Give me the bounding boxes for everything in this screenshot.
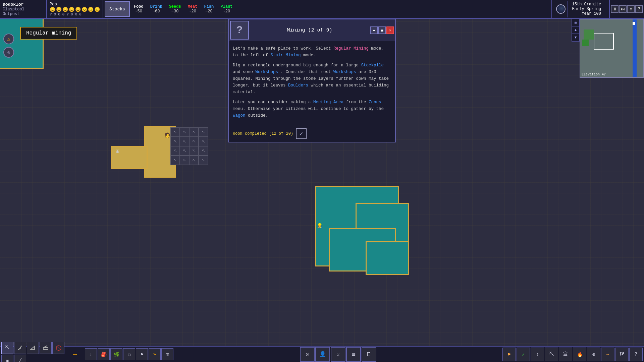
svg-rect-1: [43, 348, 48, 350]
top-hud: Dodóklòr Clasptool Outpost Pop 😊 😊 😊 😊 😊…: [0, 0, 644, 19]
pop-count-5: ?: [66, 12, 69, 16]
room-completed-checkbox[interactable]: ✓: [296, 128, 307, 139]
highlight-boulders: Boulders: [288, 83, 308, 88]
craft-button[interactable]: ⚒: [300, 347, 315, 362]
tool-section-bottom: ↓ 🎒 🌿 ◻ ⚑ » ◫: [84, 348, 175, 361]
pop-count-8: 0: [79, 12, 82, 16]
plant-value: ~20: [223, 9, 230, 14]
tutorial-body: Let's make a safe place to work. Select …: [229, 41, 395, 126]
pop-count-6: 0: [71, 12, 73, 16]
pop-icon-2: 😊: [56, 7, 62, 12]
seeds-resource: Seeds ~30: [169, 4, 181, 14]
channel-tool-btn[interactable]: [40, 342, 52, 354]
selection-marker: ⊞: [116, 147, 119, 155]
tutorial-icon: ?: [230, 21, 249, 40]
descend-tool-btn[interactable]: ↓: [85, 348, 97, 360]
orders-button[interactable]: 🗒: [362, 347, 376, 362]
tutorial-para-2: Dig a rectangle underground big enough f…: [233, 62, 391, 96]
minimap-viewport-indicator: [594, 33, 614, 50]
tutorial-question-mark: ?: [236, 24, 243, 37]
more-tool-btn[interactable]: »: [149, 348, 161, 360]
drink-resource: Drink ~60: [150, 4, 162, 14]
map-nav-icon1[interactable]: ⊞: [572, 19, 579, 26]
terrain-teal-br4: [366, 241, 409, 275]
plant-label: Plant: [220, 4, 232, 9]
alert-right-btn[interactable]: ⚑: [502, 348, 516, 361]
military-button[interactable]: ⚔: [331, 347, 345, 362]
right-bottom-buttons: ⚑ ✓ ↕ ⛏ 🏛 🔥 ⚙ → 🗺 ?: [501, 346, 644, 362]
pop-icons: 😊 😊 😊 😊 😊 😠 😐 😐: [50, 7, 100, 12]
mine-right-btn[interactable]: ⛏: [545, 348, 558, 361]
erase-tool-btn[interactable]: ◫: [161, 348, 173, 360]
pop-icon-8: 😐: [94, 7, 100, 12]
tutorial-title: Mining (2 of 9): [252, 27, 368, 33]
map-nav-down-arrow[interactable]: ▼: [572, 34, 579, 41]
colony-info: Dodóklòr Clasptool Outpost: [0, 0, 47, 18]
confirm-btn[interactable]: ✓: [517, 348, 530, 361]
speed-button[interactable]: ⏭: [619, 5, 627, 13]
alert-button[interactable]: ⚠: [3, 34, 14, 44]
tutorial-close-button[interactable]: ✕: [386, 26, 394, 34]
map-nav-up-arrow[interactable]: ▲: [572, 26, 579, 34]
flag-small-btn[interactable]: ⚑: [136, 348, 148, 360]
line-tool-btn[interactable]: ╱: [14, 355, 26, 362]
elevation-btn[interactable]: ↕: [531, 348, 544, 361]
seeds-label: Seeds: [169, 4, 181, 9]
stocks-button[interactable]: Stocks: [105, 1, 130, 17]
mine-tool-btn[interactable]: ⛏: [1, 342, 13, 354]
elevation-label: Elevation 47: [582, 73, 606, 76]
map-btn[interactable]: 🗺: [615, 348, 629, 361]
settings-hud-button[interactable]: ⚙: [627, 5, 635, 13]
stocks-label: Stocks: [109, 7, 125, 12]
time-line1: 15th Granite: [572, 2, 601, 7]
meat-label: Meat: [188, 4, 198, 9]
pop-label: Pop: [50, 2, 100, 7]
tool-row-bot: ▣ ╱: [1, 355, 64, 362]
tutorial-restore-button[interactable]: ▣: [378, 26, 386, 34]
pop-icon-6: 😠: [82, 7, 87, 12]
map-nav-buttons: ⊞ ▲ ▼: [572, 19, 580, 42]
pop-icon-3: 😊: [62, 7, 68, 12]
settings-right-btn[interactable]: ⚙: [587, 348, 600, 361]
help-btn[interactable]: ?: [629, 348, 643, 361]
bottom-toolbar: ⛏ 🚫 ▣ ╱ → ↓ 🎒 🌿 ◻ ⚑ » ◫: [0, 346, 644, 362]
colony-sub2: Outpost: [3, 12, 44, 16]
plant-tool-btn[interactable]: 🌿: [110, 348, 122, 360]
advance-btn[interactable]: →: [601, 348, 614, 361]
meat-resource: Meat ~20: [188, 4, 198, 14]
citizens-button[interactable]: 👤: [315, 347, 330, 362]
tutorial-header: ? Mining (2 of 9) ▲ ▣ ✕: [229, 19, 395, 41]
minimap[interactable]: Elevation 47: [580, 19, 644, 78]
food-label: Food: [134, 4, 144, 9]
highlight-stockpile: Stockpile: [361, 63, 384, 68]
carry-tool-btn[interactable]: 🎒: [98, 348, 110, 360]
stair-tool-btn[interactable]: [14, 342, 26, 354]
ramp-tool-btn[interactable]: [27, 342, 39, 354]
moon-icon: [556, 4, 566, 14]
highlight-meeting-area: Meeting Area: [313, 100, 343, 105]
pause-button[interactable]: ⏸: [611, 5, 619, 13]
minimap-forest-1: [584, 29, 594, 40]
pop-icon-4: 😊: [69, 7, 74, 12]
pop-count-2: 0: [54, 12, 56, 16]
resources-section: Food ~50 Drink ~60 Seeds ~30 Meat ~20 Fi…: [131, 0, 551, 18]
zone-tool-btn[interactable]: ◻: [123, 348, 135, 360]
building-btn[interactable]: 🏛: [559, 348, 572, 361]
compass-button[interactable]: ◎: [3, 47, 14, 58]
center-bottom-buttons: ⚒ 👤 ⚔ ▦ 🗒: [299, 346, 378, 362]
fish-label: Fish: [204, 4, 214, 9]
tutorial-up-button[interactable]: ▲: [370, 26, 378, 34]
cancel-tool-btn[interactable]: 🚫: [52, 342, 64, 354]
build-button[interactable]: ▦: [346, 347, 361, 362]
next-section-arrow[interactable]: →: [69, 348, 81, 360]
stamp-tool-btn[interactable]: ▣: [1, 355, 13, 362]
worker-sprite: 👷: [317, 223, 322, 228]
highlight-workshops-2: Workshops: [333, 70, 356, 74]
fire-btn[interactable]: 🔥: [573, 348, 586, 361]
time-line2: Early Spring: [572, 7, 601, 11]
help-hud-button[interactable]: ?: [635, 5, 643, 13]
colony-name: Dodóklòr: [3, 2, 44, 7]
mining-grid: ⛏⛏⛏⛏ ⛏⛏⛏⛏ ⛏⛏⛏⛏ ⛏⛏⛏⛏: [170, 127, 208, 165]
fish-value: ~20: [205, 9, 213, 14]
pop-count-7: 0: [75, 12, 77, 16]
